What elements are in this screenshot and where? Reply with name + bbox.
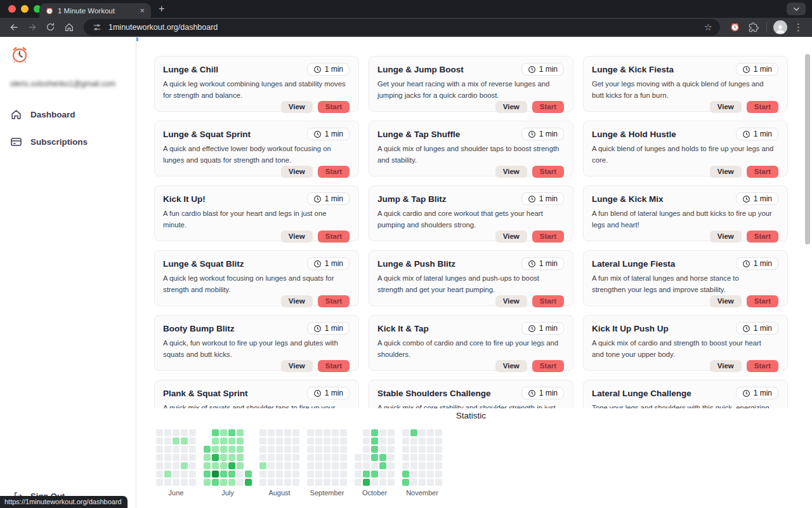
start-button[interactable]: Start [747,231,778,243]
heatmap-cell [284,462,291,469]
extension-clock-button[interactable] [726,19,743,36]
heatmap-cell [435,438,442,444]
start-button[interactable]: Start [532,166,564,178]
view-button[interactable]: View [281,295,313,307]
heatmap-cell [259,471,266,478]
heatmap-cell [410,438,417,444]
start-button[interactable]: Start [318,231,350,243]
profile-button[interactable] [771,19,789,36]
duration-label: 1 min [325,389,343,398]
view-button[interactable]: View [495,231,527,243]
heatmap-cell [228,429,235,436]
sidebar-item-subscriptions[interactable]: Subscriptions [10,136,126,148]
view-button[interactable]: View [495,360,527,372]
new-tab-button[interactable]: + [159,3,164,15]
browser-tab[interactable]: 1 Minute Workout × [39,3,151,18]
heatmap-month-grid [307,429,347,486]
start-button[interactable]: Start [747,295,778,307]
duration-label: 1 min [539,130,558,138]
heatmap-cell [189,462,196,469]
start-button[interactable]: Start [532,101,564,113]
workout-description: A quick combo of cardio and core to fire… [377,338,564,360]
tab-close-icon[interactable]: × [140,6,145,15]
heatmap-cell [388,471,395,478]
heatmap-cell [435,479,442,486]
url-text[interactable]: 1minuteworkout.org/dashboard [108,23,698,32]
heatmap-cell [379,479,386,486]
sidebar-item-dashboard[interactable]: Dashboard [10,109,126,121]
window-minimize-button[interactable] [21,5,29,13]
forward-button[interactable] [23,19,41,36]
view-button[interactable]: View [710,101,742,113]
heatmap-cell [212,429,219,436]
heatmap-cell [156,462,163,469]
heatmap-month-grid [355,429,395,486]
site-info-button[interactable] [91,22,103,33]
workout-description: A quick blend of lunges and holds to fir… [592,144,778,166]
view-button[interactable]: View [710,231,742,243]
back-arrow-icon [9,22,19,32]
reload-button[interactable] [42,19,59,36]
heatmap-cell [204,471,211,478]
start-button[interactable]: Start [747,101,778,113]
workout-title: Lunge & Hold Hustle [592,128,676,139]
heatmap-cell [379,462,386,469]
workout-description: A quick mix of lunges and shoulder taps … [377,144,564,166]
heatmap-cell [332,446,339,453]
heatmap-cell [181,438,188,444]
view-button[interactable]: View [495,166,527,178]
sidebar-item-label: Subscriptions [30,137,88,147]
back-button[interactable] [5,19,22,36]
view-button[interactable]: View [281,360,313,372]
view-button[interactable]: View [710,295,742,307]
heatmap-cell [173,454,180,461]
window-close-button[interactable] [8,5,16,13]
workout-list-viewport[interactable]: Lunge & Chill 1 min A quick leg workout … [154,56,788,408]
view-button[interactable]: View [495,295,527,307]
bookmark-star-icon[interactable]: ☆ [704,22,712,33]
clock-icon [742,130,750,138]
app-logo-alarm-clock-icon [10,45,29,64]
home-button[interactable] [60,19,77,36]
workout-description: Get your heart racing with a mix of reve… [377,79,564,101]
card-actions: View Start [377,295,564,307]
clock-icon [313,130,322,138]
view-button[interactable]: View [281,231,313,243]
heatmap-cell [324,479,331,486]
view-button[interactable]: View [281,166,313,178]
start-button[interactable]: Start [747,360,778,372]
start-button[interactable]: Start [318,295,350,307]
heatmap-cell [259,429,266,436]
start-button[interactable]: Start [532,231,564,243]
workout-card: Kick It Up! 1 min A fun cardio blast for… [154,185,359,241]
tab-search-button[interactable] [787,3,806,15]
heatmap-cell [324,446,331,453]
heatmap-cell [371,462,378,469]
heatmap-cell [292,462,299,469]
start-button[interactable]: Start [318,360,350,372]
heatmap-cell [268,454,275,461]
start-button[interactable]: Start [532,295,564,307]
start-button[interactable]: Start [532,360,564,372]
heatmap-cell [276,454,283,461]
start-button[interactable]: Start [318,101,350,113]
heatmap-cell [292,479,299,486]
heatmap-cell [189,479,196,486]
view-button[interactable]: View [281,101,313,113]
card-header: Kick It & Tap 1 min [377,322,564,335]
heatmap-cell [189,438,196,444]
card-header: Lunge & Kick Fiesta 1 min [592,63,778,76]
start-button[interactable]: Start [318,166,350,178]
browser-menu-button[interactable]: ⋮ [790,19,807,36]
view-button[interactable]: View [710,360,742,372]
heatmap-cell [315,454,322,461]
heatmap-month-label: November [402,489,442,497]
address-bar[interactable]: 1minuteworkout.org/dashboard ☆ [84,19,720,36]
page-scrollbar[interactable] [805,54,810,244]
view-button[interactable]: View [495,101,527,113]
start-button[interactable]: Start [747,166,778,178]
view-button[interactable]: View [710,166,742,178]
extensions-button[interactable] [745,19,762,36]
heatmap-cell [268,471,275,478]
heatmap-cell [379,429,386,436]
